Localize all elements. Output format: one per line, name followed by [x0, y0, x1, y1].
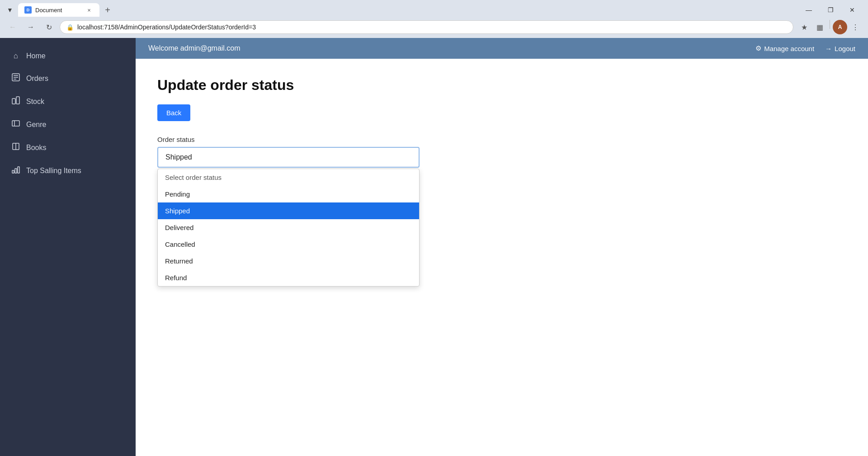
url-bar[interactable]: 🔒 localhost:7158/AdminOperations/UpdateO… [60, 20, 793, 34]
window-close-button[interactable]: ✕ [842, 3, 863, 17]
tab-favicon: D [24, 6, 32, 14]
svg-rect-9 [15, 169, 17, 173]
sidebar-item-orders-label: Orders [26, 75, 48, 83]
tab-list-button[interactable]: ▼ [4, 4, 16, 16]
bookmark-button[interactable]: ★ [797, 20, 811, 34]
extensions-button[interactable]: ▦ [812, 20, 827, 34]
dropdown-option-shipped-label: Shipped [165, 207, 190, 215]
gear-icon: ⚙ [755, 44, 761, 52]
sidebar-item-stock[interactable]: Stock [0, 90, 136, 113]
sidebar-item-top-selling[interactable]: Top Salling Items [0, 159, 136, 182]
dropdown-option-returned[interactable]: Returned [158, 253, 419, 269]
order-status-select[interactable]: Shipped [157, 147, 420, 168]
dropdown-option-pending-label: Pending [165, 190, 190, 198]
new-tab-button[interactable]: + [101, 4, 114, 16]
url-text: localhost:7158/AdminOperations/UpdateOrd… [77, 24, 787, 31]
browser-chrome: ▼ D Document × + — ❐ ✕ ← → ↻ 🔒 localhost… [0, 0, 868, 38]
tab-title: Document [35, 7, 81, 14]
logout-icon: → [825, 45, 832, 52]
lock-icon: 🔒 [66, 24, 74, 31]
svg-rect-4 [12, 99, 15, 104]
order-status-dropdown: Select order status Pending Shipped Deli… [157, 169, 420, 287]
window-restore-button[interactable]: ❐ [820, 3, 841, 17]
dropdown-option-placeholder-label: Select order status [165, 174, 222, 181]
sidebar-item-books-label: Books [26, 144, 46, 152]
dropdown-option-delivered-label: Delivered [165, 224, 193, 231]
sidebar-item-genre[interactable]: Genre [0, 113, 136, 136]
back-button[interactable]: Back [157, 104, 190, 121]
svg-rect-5 [16, 97, 19, 104]
dropdown-option-shipped[interactable]: Shipped [158, 202, 419, 219]
logout-button[interactable]: → Logout [825, 45, 855, 52]
manage-account-label: Manage account [764, 45, 814, 52]
sidebar-item-home[interactable]: ⌂ Home [0, 45, 136, 67]
order-status-select-wrapper: Shipped Select order status Pending Ship… [157, 147, 420, 168]
order-status-label: Order status [157, 136, 846, 143]
svg-rect-10 [18, 167, 19, 173]
logout-label: Logout [835, 45, 855, 52]
divider [830, 20, 830, 29]
active-tab[interactable]: D Document × [18, 3, 99, 17]
sidebar-item-top-selling-label: Top Salling Items [26, 167, 81, 175]
dropdown-option-cancelled-label: Cancelled [165, 240, 195, 248]
window-minimize-button[interactable]: — [798, 3, 819, 17]
sidebar-item-books[interactable]: Books [0, 136, 136, 159]
dropdown-option-returned-label: Returned [165, 257, 193, 265]
profile-button[interactable]: A [833, 20, 847, 34]
dropdown-option-pending[interactable]: Pending [158, 186, 419, 202]
top-bar-actions: ⚙ Manage account → Logout [755, 44, 855, 52]
sidebar-item-stock-label: Stock [26, 98, 44, 106]
dropdown-option-delivered[interactable]: Delivered [158, 219, 419, 236]
svg-rect-8 [12, 170, 14, 173]
main-area: Welcome admin@gmail.com ⚙ Manage account… [136, 38, 868, 456]
genre-icon [11, 119, 21, 130]
tab-close-button[interactable]: × [85, 6, 93, 14]
sidebar-item-genre-label: Genre [26, 121, 46, 129]
order-status-form-group: Order status Shipped Select order status… [157, 136, 846, 168]
forward-nav-button[interactable]: → [24, 20, 38, 34]
svg-rect-6 [12, 121, 19, 126]
top-bar: Welcome admin@gmail.com ⚙ Manage account… [136, 38, 868, 59]
dropdown-option-refund[interactable]: Refund [158, 269, 419, 286]
home-icon: ⌂ [11, 52, 21, 61]
manage-account-button[interactable]: ⚙ Manage account [755, 44, 814, 52]
orders-icon [11, 73, 21, 84]
books-icon [11, 142, 21, 153]
page-content: Update order status Back Order status Sh… [136, 59, 868, 456]
dropdown-option-placeholder[interactable]: Select order status [158, 169, 419, 186]
top-selling-icon [11, 165, 21, 176]
welcome-text: Welcome admin@gmail.com [148, 44, 241, 52]
sidebar-item-home-label: Home [26, 52, 46, 60]
stock-icon [11, 96, 21, 107]
reload-button[interactable]: ↻ [42, 20, 56, 34]
selected-value-text: Shipped [165, 153, 192, 161]
dropdown-option-refund-label: Refund [165, 274, 187, 282]
dropdown-option-cancelled[interactable]: Cancelled [158, 236, 419, 253]
sidebar-item-orders[interactable]: Orders [0, 67, 136, 90]
menu-button[interactable]: ⋮ [848, 20, 863, 34]
sidebar: ⌂ Home Orders [0, 38, 136, 456]
back-nav-button[interactable]: ← [5, 20, 20, 34]
page-title: Update order status [157, 77, 846, 94]
